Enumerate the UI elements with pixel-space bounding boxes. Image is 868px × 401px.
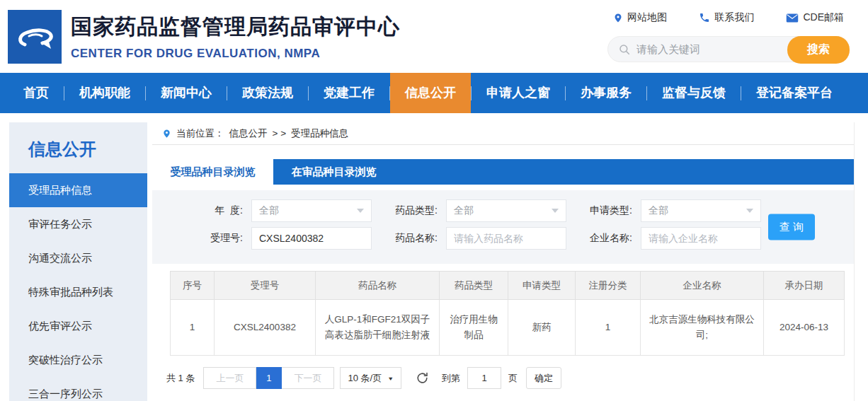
sidebar-item-communication[interactable]: 沟通交流公示 [9,241,147,275]
header-right: 网站地图 联系我们 CDE邮箱 搜索 [607,11,850,62]
nav-item-home[interactable]: 首页 [8,73,64,113]
filter-row-1: 年 度: 全部 药品类型: 全部 申请类型 [152,199,854,222]
link-contact[interactable]: 联系我们 [699,11,754,24]
location-pin-icon [162,128,171,139]
nav-item-applicant-window[interactable]: 申请人之窗 [472,73,565,113]
site-title: 国家药品监督管理局药品审评中心 [71,13,400,42]
year-select-value: 全部 [259,204,279,217]
link-sitemap[interactable]: 网站地图 [613,11,667,24]
company-label: 企业名称: [577,232,632,245]
drug-name-label: 药品名称: [382,232,438,245]
table-row: 1 CXSL2400382 人GLP-1和FGF21双因子高表达脂肪干细胞注射液… [171,300,845,356]
col-header-accept-no: 受理号 [215,272,316,300]
breadcrumb-separator: > > [273,128,287,139]
chevron-down-icon [357,209,364,213]
tab-under-review-catalog[interactable]: 在审品种目录浏览 [273,159,394,185]
sidebar: 信息公开 受理品种信息 审评任务公示 沟通交流公示 特殊审批品种列表 优先审评公… [9,122,147,401]
confirm-button[interactable]: 确定 [526,367,561,389]
link-mailbox-label: CDE邮箱 [803,11,844,24]
page-size-value: 10 条/页 [348,372,382,385]
sidebar-item-review-tasks[interactable]: 审评任务公示 [9,207,147,241]
tab-accepted-catalog[interactable]: 受理品种目录浏览 [152,159,273,185]
col-header-apply-type: 申请类型 [508,272,576,300]
tabstrip: 受理品种目录浏览 在审品种目录浏览 [152,159,854,185]
apply-type-select[interactable]: 全部 [641,199,761,222]
page-number-1[interactable]: 1 [256,367,282,389]
refresh-button[interactable] [416,371,429,385]
goto-page-input[interactable] [467,367,501,389]
apply-type-select-value: 全部 [649,204,668,217]
site-header: 国家药品监督管理局药品审评中心 CENTER FOR DRUG EVALUATI… [0,0,868,73]
link-mailbox[interactable]: CDE邮箱 [786,11,844,24]
search-button[interactable]: 搜索 [787,36,850,64]
nav-item-policy[interactable]: 政策法规 [227,73,308,113]
chevron-down-icon [552,209,559,213]
cde-website: 国家药品监督管理局药品审评中心 CENTER FOR DRUG EVALUATI… [0,0,868,401]
accept-no-input[interactable] [259,233,364,244]
company-control [641,227,761,250]
cde-logo[interactable] [8,10,62,64]
query-button[interactable]: 查 询 [768,214,815,240]
cell-drug-name: 人GLP-1和FGF21双因子高表达脂肪干细胞注射液 [316,300,440,356]
table-header-row: 序号 受理号 药品名称 药品类型 申请类型 注册分类 企业名称 承办日期 [171,272,845,300]
nav-item-services[interactable]: 办事服务 [566,73,646,113]
sidebar-title: 信息公开 [9,122,147,173]
main-nav: 首页 机构职能 新闻中心 政策法规 党建工作 信息公开 申请人之窗 办事服务 监… [0,73,868,113]
field-drug-name: 药品名称: [382,227,566,250]
col-header-drug-type: 药品类型 [440,272,508,300]
breadcrumb-current[interactable]: 受理品种信息 [291,127,348,140]
next-page-button[interactable]: 下一页 [282,367,334,389]
nav-item-org[interactable]: 机构职能 [64,73,145,113]
total-count: 共 1 条 [166,372,195,385]
chevron-down-icon: ▼ [387,375,394,381]
nav-item-info-disclosure[interactable]: 信息公开 [390,73,471,113]
phone-icon [699,12,710,23]
breadcrumb-prefix: 当前位置： [176,127,224,140]
site-titles: 国家药品监督管理局药品审评中心 CENTER FOR DRUG EVALUATI… [71,13,400,61]
drug-type-select-value: 全部 [454,204,474,217]
search-icon [618,43,631,56]
filter-row-2: 受理号: 药品名称: 企业名称: [152,227,854,250]
sidebar-item-priority-review[interactable]: 优先审评公示 [9,309,147,343]
link-sitemap-label: 网站地图 [627,11,667,24]
pager: 上一页 1 下一页 [203,367,334,389]
year-select[interactable]: 全部 [251,199,372,222]
cell-company: 北京吉源生物科技有限公司; [641,300,764,356]
search-input[interactable] [636,43,771,55]
sidebar-item-special-approval[interactable]: 特殊审批品种列表 [9,275,147,309]
drug-type-select[interactable]: 全部 [446,199,566,222]
company-input[interactable] [649,233,753,244]
nav-item-party[interactable]: 党建工作 [309,73,389,113]
nav-item-registration-platform[interactable]: 登记备案平台 [741,73,847,113]
accept-no-label: 受理号: [188,232,243,245]
prev-page-button[interactable]: 上一页 [203,367,256,389]
site-search: 搜索 [607,36,850,62]
accept-no-control [251,227,372,250]
cell-accept-no: CXSL2400382 [215,300,316,356]
page-body: 信息公开 受理品种信息 审评任务公示 沟通交流公示 特殊审批品种列表 优先审评公… [0,113,868,401]
sidebar-item-three-in-one[interactable]: 三合一序列公示 [9,377,147,401]
sidebar-item-breakthrough-therapy[interactable]: 突破性治疗公示 [9,343,147,377]
sidebar-item-accepted-varieties[interactable]: 受理品种信息 [9,173,147,207]
drug-name-input[interactable] [454,233,559,244]
nav-item-supervision[interactable]: 监督与反馈 [647,73,741,113]
field-drug-type: 药品类型: 全部 [382,199,566,222]
col-header-company: 企业名称 [641,272,764,300]
cell-drug-type: 治疗用生物制品 [440,300,508,356]
field-year: 年 度: 全部 [188,199,372,222]
mail-icon [786,13,799,23]
location-pin-icon [613,12,623,24]
cell-apply-type: 新药 [508,300,576,356]
col-header-seq: 序号 [171,272,215,300]
content-panel: 当前位置： 信息公开 > > 受理品种信息 受理品种目录浏览 在审品种目录浏览 … [152,122,855,401]
breadcrumb-section[interactable]: 信息公开 [229,127,268,140]
field-apply-type: 申请类型: 全部 [577,199,761,222]
year-label: 年 度: [188,204,243,217]
goto-label: 到第 [442,372,460,385]
page-size-select[interactable]: 10 条/页 ▼ [340,367,401,389]
pagination: 共 1 条 上一页 1 下一页 10 条/页 ▼ 到第 页 [166,367,854,389]
drug-name-control [446,227,566,250]
nav-item-news[interactable]: 新闻中心 [146,73,227,113]
breadcrumb: 当前位置： 信息公开 > > 受理品种信息 [152,122,854,145]
col-header-reg-class: 注册分类 [576,272,641,300]
